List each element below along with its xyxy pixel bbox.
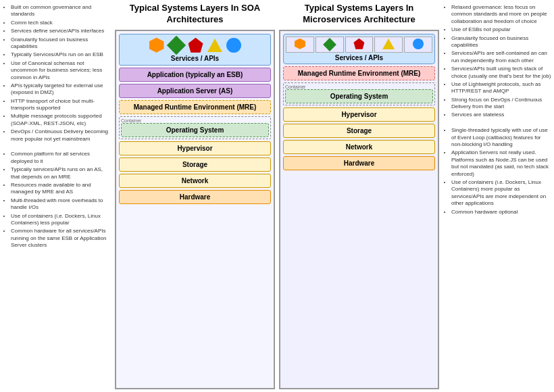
micro-services-wrapper: Services / APIs bbox=[283, 34, 435, 64]
soa-hardware-label: Hardware bbox=[180, 193, 211, 201]
right-note-5: Services/APIs built using tech stack of … bbox=[451, 66, 551, 80]
micro-col-4 bbox=[374, 36, 403, 53]
page: Built on common governance and standards… bbox=[0, 0, 554, 392]
micro-services-icons-row bbox=[286, 36, 432, 53]
soa-as-label: Application Server (AS) bbox=[157, 87, 233, 95]
left-note-9: Multiple message protocols supported (SO… bbox=[11, 113, 111, 127]
micro-mre-layer: Managed Runtime Environment (MRE) bbox=[283, 66, 435, 80]
soa-hardware-layer: Hardware bbox=[119, 190, 271, 204]
micro-title: Typical Systems Layers In Microservices … bbox=[279, 3, 439, 26]
icon-pentagon-red bbox=[188, 38, 203, 53]
micro-services-label: Services / APIs bbox=[286, 54, 432, 62]
micro-hardware-layer: Hardware bbox=[283, 156, 435, 170]
left-note-15: Use of containers (i.e. Dockers, Linux C… bbox=[11, 213, 111, 227]
micro-hardware-label: Hardware bbox=[344, 160, 375, 167]
micro-container-label: Container bbox=[285, 84, 433, 89]
soa-container-label: Container bbox=[121, 118, 269, 123]
soa-services-icons bbox=[122, 37, 268, 53]
soa-os-label: Operating System bbox=[166, 126, 224, 134]
soa-mre-label: Managed Runtime Environment (MRE) bbox=[134, 103, 257, 111]
soa-title: Typical Systems Layers In SOA Architectu… bbox=[115, 3, 275, 26]
micro-hypervisor-label: Hypervisor bbox=[341, 111, 376, 118]
micro-storage-label: Storage bbox=[347, 127, 372, 134]
soa-storage-layer: Storage bbox=[119, 157, 271, 172]
right-note-12: Common hardware optional bbox=[451, 209, 551, 216]
right-note-3: Granularity focused on business capabili… bbox=[451, 35, 551, 49]
micro-col-5 bbox=[404, 36, 432, 53]
left-note-2: Comm tech stack bbox=[11, 20, 111, 26]
right-note-2: Use of ESBs not popular bbox=[451, 26, 551, 33]
right-note-11: Use of containers (i.e. Dockers, Linux C… bbox=[451, 179, 551, 207]
icon-circle-blue bbox=[226, 38, 241, 53]
icon-hexagon-orange bbox=[149, 38, 164, 53]
micro-icon-diamond bbox=[323, 38, 336, 51]
right-note-8: Services are stateless bbox=[451, 112, 551, 118]
left-note-3: Services define service/APIs interfaces bbox=[11, 28, 111, 34]
micro-icon-circle bbox=[413, 39, 424, 49]
right-note-7: Strong focus on DevOps / Continuous Deli… bbox=[451, 97, 551, 111]
soa-services-layer: Services / APIs bbox=[119, 34, 271, 66]
icon-triangle-yellow bbox=[207, 39, 222, 52]
left-note-5: Typically Services/APIs run on an ESB bbox=[11, 51, 111, 58]
left-note-1: Built on common governance and standards bbox=[11, 4, 111, 18]
soa-esb-label: Application (typically an ESB) bbox=[147, 71, 243, 78]
micro-storage-layer: Storage bbox=[283, 124, 435, 138]
center-area: Typical Systems Layers In SOA Architectu… bbox=[114, 0, 440, 392]
soa-esb-layer: Application (typically an ESB) bbox=[119, 68, 271, 82]
micro-icon-tri bbox=[382, 39, 395, 49]
micro-os-layer: Operating System bbox=[285, 89, 433, 103]
left-note-11: Common platform for all services deploye… bbox=[11, 151, 111, 165]
micro-network-layer: Network bbox=[283, 140, 435, 154]
micro-mre-label: Managed Runtime Environment (MRE) bbox=[298, 70, 421, 77]
soa-hypervisor-layer: Hypervisor bbox=[119, 141, 271, 155]
left-note-10: DevOps / Continuous Delivery becoming mo… bbox=[11, 128, 111, 143]
left-note-4: Granularity focused on business capabili… bbox=[11, 36, 111, 51]
right-note-1: Relaxed governance: less focus on common… bbox=[451, 4, 551, 25]
micro-col-2 bbox=[316, 36, 344, 53]
left-note-16: Common hardware for all services/APIs ru… bbox=[11, 228, 111, 249]
soa-mre-layer: Managed Runtime Environment (MRE) bbox=[119, 100, 271, 114]
left-note-12: Typically services/APIs runs on an AS, t… bbox=[11, 166, 111, 180]
left-note-6: Use of Canonical schemas not uncommon fo… bbox=[11, 60, 111, 81]
micro-container-box: Container Operating System bbox=[283, 82, 435, 105]
left-note-7: APIs typically targeted for external use… bbox=[11, 82, 111, 97]
soa-network-label: Network bbox=[182, 177, 208, 185]
soa-network-layer: Network bbox=[119, 174, 271, 188]
micro-col-1 bbox=[286, 36, 314, 53]
icon-diamond-green bbox=[166, 36, 185, 55]
micro-icon-hex bbox=[295, 39, 305, 49]
soa-hypervisor-label: Hypervisor bbox=[177, 145, 212, 152]
micro-diagram: Typical Systems Layers In Microservices … bbox=[279, 3, 439, 389]
soa-services-label: Services / APIs bbox=[122, 55, 268, 62]
soa-container-box: Container Operating System bbox=[119, 116, 271, 139]
left-note-14: Multi-threaded with more overheads to ha… bbox=[11, 197, 111, 212]
micro-hypervisor-layer: Hypervisor bbox=[283, 107, 435, 122]
micro-network-label: Network bbox=[346, 143, 372, 151]
left-notes-panel: Built on common governance and standards… bbox=[0, 0, 114, 392]
left-note-13: Resources made available to and managed … bbox=[11, 182, 111, 196]
micro-body: Services / APIs Managed Runtime Environm… bbox=[279, 30, 439, 389]
micro-os-label: Operating System bbox=[330, 93, 388, 100]
right-note-6: Use of Lightweight protocols, such as HT… bbox=[451, 81, 551, 95]
soa-diagram: Typical Systems Layers In SOA Architectu… bbox=[115, 3, 275, 389]
right-notes-panel: Relaxed governance: less focus on common… bbox=[440, 0, 554, 392]
micro-col-3 bbox=[345, 36, 374, 53]
right-note-9: Single-threaded typically with use of us… bbox=[451, 127, 551, 148]
soa-body: Services / APIs Application (typically a… bbox=[115, 30, 275, 389]
right-note-10: Application Servers not really used. Pla… bbox=[451, 149, 551, 178]
right-note-4: Services/APIs are self-contained an can … bbox=[451, 50, 551, 64]
soa-as-layer: Application Server (AS) bbox=[119, 84, 271, 98]
soa-os-layer: Operating System bbox=[121, 123, 269, 137]
diagrams-row: Typical Systems Layers In SOA Architectu… bbox=[115, 3, 439, 389]
soa-storage-label: Storage bbox=[182, 161, 207, 168]
micro-icon-pent bbox=[353, 39, 364, 49]
left-note-8: HTTP transport of choice but multi-trans… bbox=[11, 98, 111, 112]
